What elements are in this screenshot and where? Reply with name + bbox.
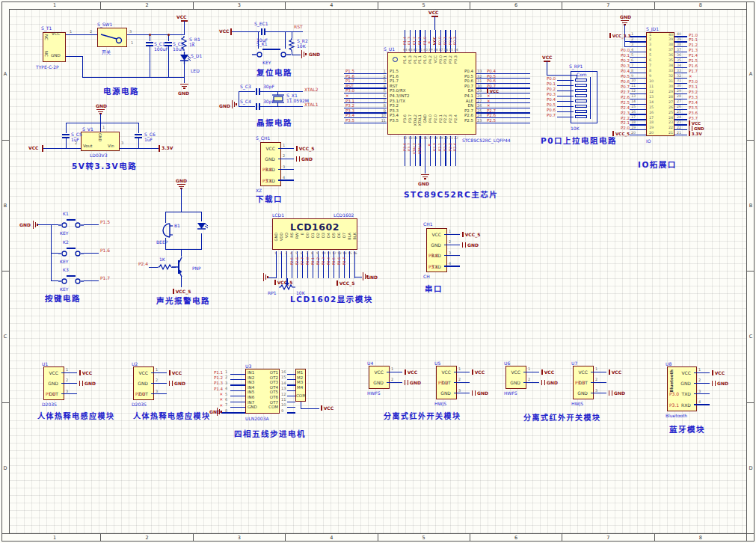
gnd-label: GND — [418, 181, 429, 186]
lcd-module: LCD1 LCD1602 LCD1602 GNDVDDVORSRWED0D1D2… — [262, 208, 375, 307]
connector-pin-row: OUT 2 P3.3 — [573, 377, 648, 387]
caption-serial: 串口 — [425, 283, 443, 294]
u4-part: HWFS — [367, 390, 381, 396]
pin-number: 1 — [102, 125, 105, 129]
pin-number-inner: 13 — [649, 95, 654, 99]
u4-ref: U4 — [367, 361, 373, 366]
caption-ir1: 分离式红外开关模块 — [384, 410, 461, 421]
resistor-icon — [575, 105, 587, 108]
alarm-input-net: P2.4 — [138, 261, 148, 266]
pin-number: 1 — [528, 366, 530, 371]
net-label: P0.6 — [541, 108, 556, 113]
u3-part: ULN2003A — [245, 416, 269, 421]
r2-ref: S_R2 — [297, 38, 308, 43]
pin-name: IN3 — [248, 380, 257, 385]
net-label: P0.3 — [541, 92, 556, 97]
u1-ref: U1 — [42, 361, 48, 366]
c1-val: 100uF — [154, 46, 168, 52]
vcc-label: VCC — [28, 145, 38, 150]
key-button-icon — [58, 247, 84, 259]
wire — [354, 251, 355, 278]
k2-val: KEY — [60, 259, 68, 264]
pin-number: 15 — [281, 375, 286, 379]
net-label: P1.1 — [689, 37, 698, 43]
wire — [445, 136, 446, 166]
gnd-symbol-icon — [232, 100, 237, 108]
connector-pin-row: GND 2 GND — [369, 377, 436, 387]
net-label: P3.6 — [689, 111, 698, 116]
net-label: P1.5 — [689, 58, 698, 64]
k3-ref: K3 — [63, 267, 69, 272]
pin-name: GND — [573, 390, 591, 396]
pin-name: P3.7 — [408, 114, 413, 123]
net-label: P0.6 — [609, 79, 630, 85]
wire — [84, 280, 99, 281]
ec1-ref: S_EC1 — [254, 21, 268, 26]
gnd-label: GND — [620, 14, 631, 19]
key-button-icon — [252, 47, 291, 59]
pin-number: 39 — [677, 37, 681, 42]
connector-pin-row: TXD 3 P3.0 — [667, 389, 753, 399]
pin-name: IN1 — [248, 370, 257, 375]
connector-pin-row: GND 2 GND — [667, 378, 753, 388]
net-label: VCC — [169, 370, 182, 375]
pin-name: IN4 — [248, 385, 257, 390]
pin-number: 5 — [384, 88, 386, 93]
pin-name: GND — [422, 114, 428, 123]
c6-ref: S_C6 — [144, 132, 156, 137]
wire — [181, 188, 182, 212]
pin-number: 11 — [327, 251, 331, 255]
lcd-pin-col: 7 P0.0 — [305, 251, 310, 278]
lcd-pin-name-col: RW — [295, 232, 300, 248]
wire — [230, 407, 245, 408]
pin-number-inner: 9 — [649, 74, 651, 79]
junction-dot — [149, 34, 151, 36]
mcu-pin-col: 18 P2.0 — [433, 136, 438, 166]
jd1-ref: S_JD1 — [646, 26, 659, 31]
pin-number: 1 — [698, 367, 701, 372]
border-col-label: 5 — [378, 534, 470, 542]
net-label: P0.3 — [609, 64, 630, 69]
pin-number: 4 — [225, 386, 227, 390]
pin-name: P4.2 — [428, 55, 433, 64]
buzzer-icon — [159, 223, 173, 238]
net-label: XTAL2 — [412, 143, 417, 154]
pin-number: 4 — [283, 175, 285, 180]
led-icon — [179, 52, 191, 65]
border-columns-bottom: 12345678 — [9, 534, 747, 542]
wire — [184, 21, 185, 35]
pin-number-inner: 19 — [649, 126, 654, 130]
wire — [43, 148, 81, 149]
mcu-bottom-pins: 12 P3.6 13 P3.7 14 XTAL2 15 XTAL1 16 17 … — [402, 136, 458, 166]
connector-pin-row: OUT 3 P1.0 — [43, 389, 126, 399]
pin-number-inner: 38 — [666, 43, 673, 47]
mcu-pin-col: 16 — [422, 136, 428, 166]
connector-pin-row: OUT 3 P2.0 — [133, 389, 215, 399]
lcd-pin-col: 13 P0.6 — [336, 251, 342, 278]
t1-ref: S_T1 — [41, 25, 52, 31]
k1-val: KEY — [262, 60, 271, 65]
net-label: P3.0 — [262, 167, 272, 172]
mcu-pin-col: P0.3 34 — [453, 30, 458, 52]
pin-name: P0.7 — [425, 84, 473, 89]
stepper-right-rows: 16 15 14 13 12 11 10 9 — [281, 370, 296, 414]
pin-number: 37 — [677, 48, 681, 52]
pullup-rows: P0.0 P0.1 P0.2 P0.3 P0.4 P0.5 P0.6 — [541, 77, 597, 119]
pin-number-inner: 8 — [649, 69, 651, 73]
wire — [557, 117, 574, 117]
pin-name: P4.1 — [425, 93, 473, 99]
net-label: VCC — [712, 370, 725, 375]
wire — [230, 379, 245, 380]
mcu-pin-col: 21 P2.3 — [448, 136, 453, 166]
ir-switch-2: U6 VCC 1 VCC GND 2 GND HWFS U7 VCC 1 VCC… — [500, 358, 649, 421]
wire — [591, 372, 606, 372]
net-label: P0.4 — [541, 97, 556, 102]
wire — [523, 382, 539, 383]
pin-name: RST — [390, 84, 410, 89]
pin-number: 13 — [337, 251, 342, 255]
rst-net: RST — [294, 24, 303, 29]
caption-power: 电源电路 — [103, 85, 139, 96]
pin-name: EN — [425, 103, 473, 108]
wire — [51, 224, 58, 225]
pin-name: GND — [505, 380, 523, 385]
